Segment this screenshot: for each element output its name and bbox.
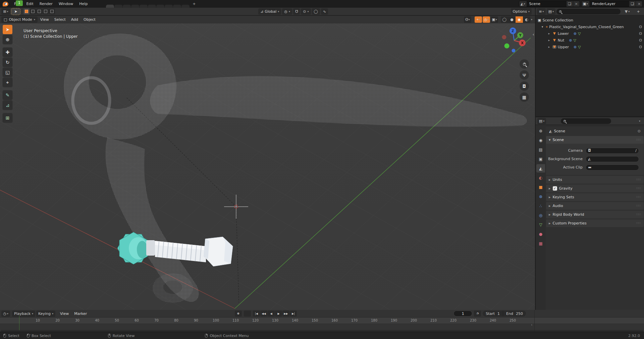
snap-target-dropdown[interactable]: ⊙▾ [301, 8, 311, 15]
proportional-editing-toggle[interactable]: ◯ [312, 8, 320, 15]
timeline-editor-type-button[interactable]: ◷▾ [1, 311, 10, 317]
properties-tab[interactable]: ● [536, 230, 545, 238]
outliner-row-mesh[interactable]: ▸ ▼ Nut ⊛ ▽ ʘ [536, 37, 644, 44]
pan-view-button[interactable]: Ψ [520, 70, 529, 80]
pin-icon[interactable]: ⊙ [638, 129, 641, 133]
outliner-row-scene-collection[interactable]: ▣ Scene Collection [536, 17, 644, 23]
scene-name[interactable]: Scene [527, 2, 566, 6]
drag-dots-icon[interactable]: ∷∷ [637, 178, 641, 181]
record-button[interactable]: ● [235, 311, 242, 317]
workspace-tab[interactable] [165, 5, 173, 8]
workspace-tab[interactable] [156, 5, 164, 8]
properties-tab[interactable]: ▦ [536, 239, 545, 248]
visibility-dropdown[interactable]: ʘ▾ [464, 16, 471, 23]
playback-button[interactable]: |◀ [253, 311, 260, 317]
properties-tab[interactable]: ▤ [536, 145, 545, 154]
editor-type-button[interactable]: ⊞▾ [1, 8, 10, 15]
3d-viewport[interactable]: □ Object Mode ▾ ViewSelectAddObject ʘ▾ ⌖… [0, 16, 535, 310]
proportional-falloff-dropdown[interactable]: ∿ [321, 8, 328, 15]
scene-panel-header[interactable]: ▾ Scene ∷∷ [546, 136, 644, 144]
viewport-menu-item[interactable]: View [38, 16, 52, 23]
gizmo-z-neg[interactable] [512, 49, 516, 53]
workspace-tab[interactable] [173, 5, 181, 8]
workspace-tab[interactable] [140, 5, 148, 8]
collapsed-panel[interactable]: ▸ ✓ Rigid Body World ∷∷ [546, 211, 644, 218]
drag-dots-icon[interactable]: ∷∷ [637, 138, 641, 141]
collapsed-panel[interactable]: ▸ ✓ Units ∷∷ [546, 176, 644, 184]
timeline-scrollbar[interactable] [1, 330, 643, 332]
app-menu-item[interactable]: Help [76, 0, 91, 7]
workspace-tab[interactable] [123, 5, 131, 8]
tool-button[interactable]: ↻ [3, 58, 12, 67]
app-menu-item[interactable]: Render [37, 0, 56, 7]
properties-tab[interactable]: ⊛ [536, 127, 545, 135]
properties-tab[interactable]: ◭ [536, 164, 545, 173]
playhead-marker[interactable]: 1 [16, 0, 23, 6]
playback-button[interactable]: ▶| [290, 311, 297, 317]
tool-button[interactable]: ✚ [3, 48, 12, 57]
shading-mode-button[interactable]: ● [508, 16, 516, 23]
transform-orientation-dropdown[interactable]: ⊿Global▾ [258, 8, 281, 15]
eye-icon[interactable]: ʘ [639, 32, 642, 36]
properties-tab[interactable]: ▽ [536, 220, 545, 229]
tool-button[interactable]: ⊕ [3, 35, 12, 44]
viewport-menu-item[interactable]: Add [68, 16, 81, 23]
properties-tab[interactable]: ◎ [536, 211, 545, 219]
playback-button[interactable]: ▶ [275, 311, 282, 317]
outliner-filter-button[interactable]: ▼▾ [623, 8, 632, 15]
scroll-arrow-icon[interactable]: ‹ [531, 323, 532, 327]
expand-icon[interactable]: ▸ [547, 39, 551, 42]
mode-selector-dropdown[interactable]: □ Object Mode ▾ [1, 16, 38, 23]
navigation-gizmo[interactable]: Z Y X [499, 26, 528, 55]
properties-tab[interactable]: ⊛ [536, 192, 545, 201]
eyedropper-icon[interactable]: ∕ [635, 149, 637, 152]
select-mode-button[interactable] [23, 8, 30, 14]
app-menu-item[interactable]: Window [56, 0, 76, 7]
workspace-tab[interactable] [106, 5, 114, 8]
drag-dots-icon[interactable]: ∷∷ [637, 222, 641, 225]
drag-dots-icon[interactable]: ∷∷ [637, 204, 641, 207]
properties-filter-dropdown[interactable]: ▾ [639, 120, 640, 123]
check-icon[interactable]: ✓ [553, 186, 557, 191]
camera-view-button[interactable]: ◘ [520, 81, 529, 91]
timeline-ruler[interactable]: 1020304050607080901001101201301401501601… [0, 318, 644, 324]
collapsed-panel[interactable]: ▸ ✓ Keying Sets ∷∷ [546, 193, 644, 201]
viewport-menu-item[interactable]: Object [81, 16, 98, 23]
outliner-search-input[interactable] [564, 9, 618, 14]
perspective-toggle-button[interactable]: ▦ [520, 92, 529, 102]
outliner-display-mode-button[interactable]: ▤▾ [547, 8, 555, 15]
collapse-icon[interactable]: ▾ [540, 25, 544, 28]
playback-button[interactable]: ◀◀ [260, 311, 267, 317]
playback-button[interactable]: ▶▶ [282, 311, 289, 317]
eye-icon[interactable]: ʘ [639, 39, 642, 42]
field-input[interactable]: ▬ [586, 164, 639, 171]
tool-button[interactable]: ⊞ [3, 113, 12, 123]
use-preview-range-button[interactable]: ◔ [474, 311, 481, 317]
app-menu-item[interactable]: Edit [23, 0, 36, 7]
shading-mode-button[interactable]: ◉ [516, 16, 523, 23]
field-input[interactable]: ◘ ∕ [586, 148, 639, 154]
outliner-row-mesh[interactable]: ▸ ▼ Upper ⊛ ▽ ʘ [536, 44, 644, 50]
viewport-menu-item[interactable]: Select [52, 16, 68, 23]
playback-button[interactable]: ◀ [268, 311, 275, 317]
properties-search-input[interactable] [568, 119, 609, 123]
options-dropdown[interactable]: Options▾ [511, 8, 532, 15]
tool-button[interactable]: ➤ [3, 25, 12, 34]
workspace-tab[interactable] [148, 5, 156, 8]
tool-button[interactable]: ⌖ [3, 78, 12, 87]
active-tool-button[interactable]: ➤ [11, 8, 20, 15]
blender-logo-icon[interactable] [3, 2, 8, 6]
snap-toggle[interactable]: ℧ [293, 8, 300, 15]
pivot-point-dropdown[interactable]: ◎▾ [282, 8, 292, 15]
properties-tab[interactable]: ▣ [536, 155, 545, 163]
frame-end-field[interactable]: End250 [503, 311, 526, 317]
select-mode-button[interactable] [43, 8, 49, 14]
workspace-tab[interactable] [181, 5, 190, 8]
outliner-row-mesh[interactable]: ▸ ▼ Lower ⊛ ▽ ʘ [536, 30, 644, 37]
properties-tab[interactable]: ◉ [536, 136, 545, 144]
add-workspace-button[interactable]: + [190, 0, 198, 8]
timeline-menu-item[interactable]: View [57, 310, 71, 317]
properties-tab[interactable]: ∴ [536, 202, 545, 210]
new-collection-button[interactable]: + [634, 8, 643, 15]
outliner-row-object[interactable]: ▾ ⌖ Plastic_Vaginal_Speculum_Closed_Gree… [536, 23, 644, 30]
